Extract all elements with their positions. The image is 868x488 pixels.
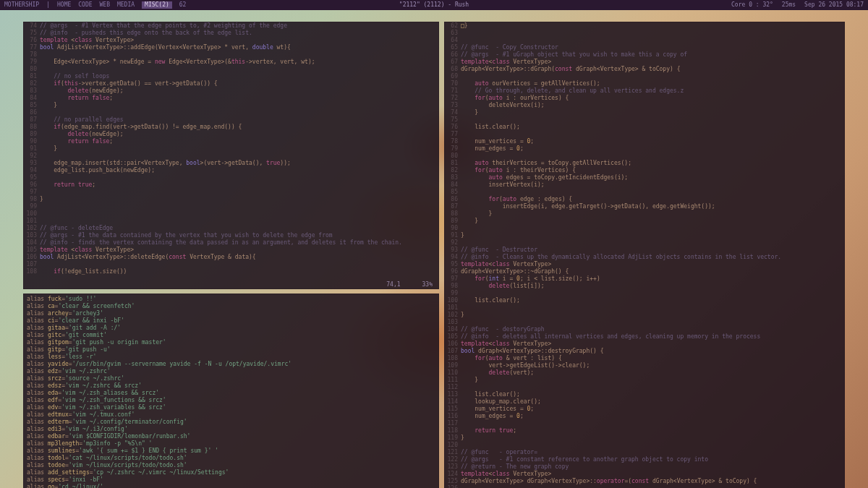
scroll-percent: 33% bbox=[422, 281, 433, 288]
code-content[interactable]: // @args - #1 Vertex that the edge point… bbox=[40, 22, 438, 281]
separator: | bbox=[46, 1, 50, 9]
code-content[interactable]: □} // @func - Copy Constructor // @args … bbox=[461, 22, 844, 488]
status-bar: MOTHERSHIP | HOME CODE WEB MEDIA MISC(2)… bbox=[0, 0, 868, 10]
terminal-pane[interactable]: alias fuck='sudo !!' alias ca='clear && … bbox=[23, 294, 439, 488]
hostname: MOTHERSHIP bbox=[4, 1, 39, 9]
workspace-count: 62 bbox=[179, 1, 187, 9]
menu-code[interactable]: CODE bbox=[78, 1, 92, 9]
menu-web[interactable]: WEB bbox=[100, 1, 110, 9]
cursor-position: 74,1 bbox=[386, 281, 400, 288]
line-gutter: 74 75 76 77 78 79 80 81 82 83 84 85 86 8… bbox=[24, 22, 40, 281]
line-gutter: 62 63 64 65 66 67 68 69 70 71 72 73 74 7… bbox=[445, 22, 461, 488]
now-playing: "2112" (2112) - Rush bbox=[399, 1, 469, 9]
editor-pane-right[interactable]: 62 63 64 65 66 67 68 69 70 71 72 73 74 7… bbox=[444, 22, 845, 488]
cpu-temp: Core 0 : 32° bbox=[731, 1, 773, 9]
ping: 25ms bbox=[782, 1, 796, 9]
editor-pane-left[interactable]: 74 75 76 77 78 79 80 81 82 83 84 85 86 8… bbox=[23, 22, 439, 289]
menu-media[interactable]: MEDIA bbox=[117, 1, 135, 9]
terminal-content[interactable]: alias fuck='sudo !!' alias ca='clear && … bbox=[24, 294, 438, 488]
menu-home[interactable]: HOME bbox=[57, 1, 71, 9]
datetime: Sep 26 2015 08:17 bbox=[804, 1, 864, 9]
menu-misc-active[interactable]: MISC(2) bbox=[142, 1, 172, 9]
